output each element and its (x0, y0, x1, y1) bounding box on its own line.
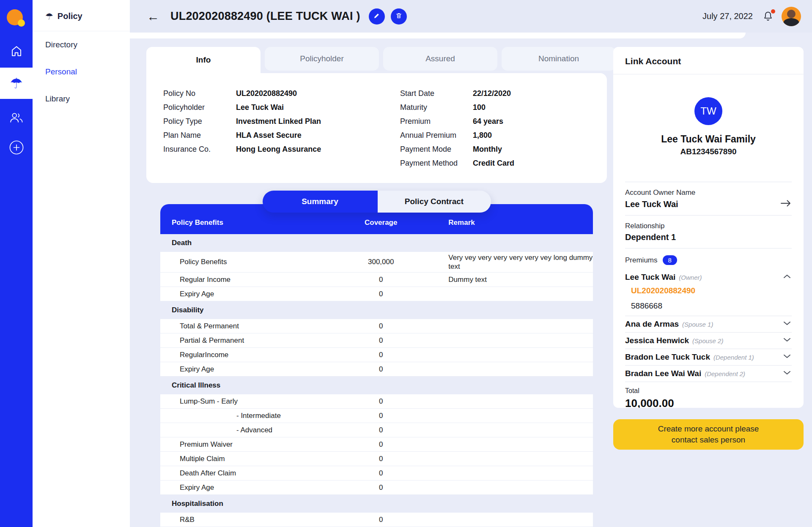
field-value: HLA Asset Secure (236, 128, 302, 142)
field-label: Start Date (400, 87, 473, 101)
field-label: Policyholder (163, 101, 236, 115)
summary-contract-toggle: Summary Policy Contract (263, 191, 491, 213)
account-owner-name: Lee Tuck Wai (625, 199, 678, 209)
tab-policyholder[interactable]: Policyholder (265, 47, 379, 71)
field-value: Hong Leong Assurance (236, 142, 321, 156)
family-avatar: TW (694, 97, 722, 125)
field-value: 1,800 (473, 128, 492, 142)
member-toggle[interactable]: Bradan Lee Wai Wai (Dependent 2) (625, 366, 792, 382)
premiums-block: Premiums 8 Lee Tuck Wai (Owner) (625, 248, 792, 408)
people-icon (9, 111, 24, 126)
column-header: Remark (411, 218, 593, 227)
field-value: 100 (473, 101, 486, 115)
policy-detail-panel: Info Policyholder Assured Nomination Pol… (146, 47, 607, 527)
member-toggle[interactable]: Ana de Armas (Spouse 1) (625, 316, 792, 332)
member-toggle[interactable]: Bradon Lee Tuck Tuck (Dependent 1) (625, 349, 792, 365)
total-label: Total (625, 387, 792, 395)
avatar-body (783, 18, 799, 26)
field-label: Payment Method (400, 156, 473, 170)
link-account-card: Link Account TW Lee Tuck Wai Family AB12… (613, 47, 804, 408)
section-row-critical-illness: Critical Illness (160, 377, 593, 394)
chevron-down-icon[interactable] (782, 336, 792, 345)
benefit-coverage: 0 (351, 469, 411, 478)
field-value: 22/12/2020 (473, 87, 511, 101)
chevron-down-icon[interactable] (782, 369, 792, 378)
field-label: Premium (400, 115, 473, 128)
delete-button[interactable] (391, 8, 407, 25)
field-value: 64 years (473, 115, 503, 128)
benefits-table-body: Death Policy Benefits 300,000 Very vey v… (160, 234, 593, 527)
member-toggle[interactable]: Lee Tuck Wai (Owner) (625, 269, 792, 285)
sidebar-item-personal[interactable]: Personal (33, 58, 130, 85)
field-label: Insurance Co. (163, 142, 236, 156)
tab-info[interactable]: Info (146, 47, 261, 73)
chevron-up-icon[interactable] (782, 273, 792, 281)
column-header: Coverage (351, 218, 411, 227)
member-toggle[interactable]: Jessica Henwick (Spouse 2) (625, 333, 792, 349)
notifications-bell-icon[interactable] (762, 10, 775, 23)
umbrella-icon: ☂ (10, 76, 22, 90)
policy-sidenav: ☂ Policy Directory Personal Library (33, 0, 130, 527)
policy-number-link[interactable]: 5886668 (631, 301, 792, 311)
table-row: Expiry Age 0 (160, 481, 593, 495)
account-owner-label: Account Owner Name (625, 188, 792, 197)
field-label: Plan Name (163, 128, 236, 142)
rail-item-home[interactable] (0, 38, 33, 66)
member-row: Jessica Henwick (Spouse 2) (625, 332, 792, 349)
create-account-cta-button[interactable]: Create more account please contact sales… (613, 419, 804, 450)
link-account-panel: Link Account TW Lee Tuck Wai Family AB12… (613, 47, 804, 527)
relationship-label: Relationship (625, 222, 792, 230)
policy-number-link-active[interactable]: UL202020882490 (631, 286, 792, 295)
tab-assured[interactable]: Assured (383, 47, 497, 71)
policy-tabs: Info Policyholder Assured Nomination (146, 47, 607, 73)
benefit-coverage: 0 (351, 455, 411, 463)
table-row: Total & Permanent 0 (160, 319, 593, 333)
home-icon (10, 44, 23, 60)
benefit-coverage: 0 (351, 397, 411, 406)
benefit-coverage: 0 (351, 290, 411, 298)
chevron-down-icon[interactable] (782, 353, 792, 361)
member-name: Lee Tuck Wai (625, 273, 675, 282)
member-row: Bradon Lee Tuck Tuck (Dependent 1) (625, 349, 792, 365)
arrow-right-icon[interactable] (780, 199, 792, 209)
benefit-label: RegularIncome (160, 351, 351, 359)
toggle-policy-contract[interactable]: Policy Contract (378, 191, 491, 213)
plus-icon (8, 139, 25, 158)
sidebar-item-directory[interactable]: Directory (33, 31, 130, 58)
chevron-down-icon[interactable] (782, 320, 792, 328)
field-label: Maturity (400, 101, 473, 115)
edit-button[interactable] (369, 8, 385, 25)
user-avatar[interactable] (782, 7, 801, 26)
member-name: Bradon Lee Tuck Tuck (625, 352, 710, 362)
benefit-label: - Intermediate (160, 412, 351, 420)
rail-item-policy[interactable]: ☂ (0, 68, 33, 99)
member-role: (Dependent 2) (705, 370, 745, 377)
member-role: (Spouse 2) (692, 337, 723, 344)
benefit-coverage: 0 (351, 322, 411, 330)
back-arrow-icon[interactable]: ← (147, 10, 159, 23)
benefit-coverage: 0 (351, 483, 411, 492)
toggle-summary[interactable]: Summary (263, 191, 378, 213)
benefit-label: Regular Income (160, 276, 351, 284)
tab-nomination[interactable]: Nomination (502, 47, 616, 71)
member-role: (Owner) (679, 274, 702, 281)
field-value: Lee Tuck Wai (236, 101, 284, 115)
benefit-coverage: 0 (351, 516, 411, 524)
member-name: Jessica Henwick (625, 336, 689, 345)
trash-icon (395, 12, 403, 21)
rail-item-add[interactable] (0, 135, 33, 162)
field-label: Annual Premium (400, 128, 473, 142)
sidebar-item-library[interactable]: Library (33, 85, 130, 112)
rail-item-contacts[interactable] (0, 105, 33, 132)
section-row-hospitalisation: Hospitalisation (160, 495, 593, 513)
benefit-remark: Dummy text (411, 275, 593, 284)
account-number: AB1234567890 (625, 147, 792, 156)
section-row-death: Death (160, 234, 593, 252)
table-row: Premium Waiver 0 (160, 437, 593, 452)
topbar: ← UL202020882490 (LEE TUCK WAI ) July 27… (130, 0, 812, 33)
field-label: Policy No (163, 87, 236, 101)
total-block: Total 10,000.00 (625, 382, 792, 408)
benefit-label: Death After Claim (160, 469, 351, 478)
logo-yellow-circle (18, 19, 25, 27)
table-row: Partial & Permanent 0 (160, 333, 593, 348)
